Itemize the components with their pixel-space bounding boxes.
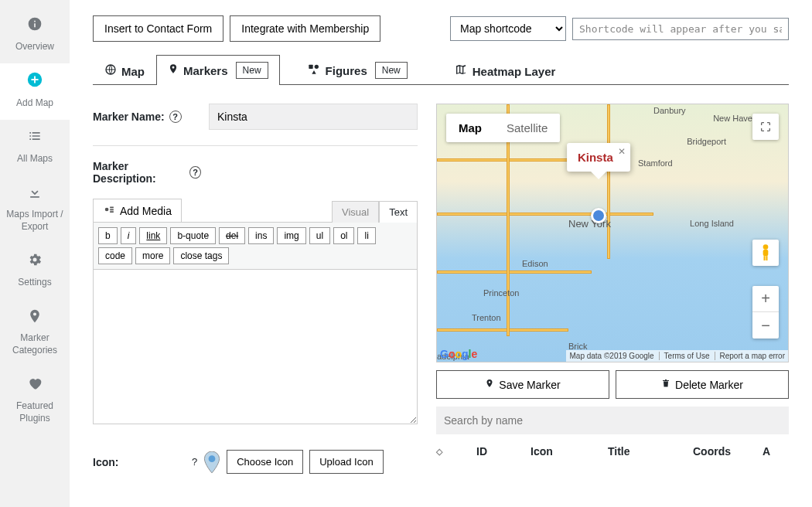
help-icon[interactable]: ? (169, 111, 182, 123)
qt-ul[interactable]: ul (309, 227, 330, 244)
qt-more[interactable]: more (135, 247, 170, 264)
qt-italic[interactable]: i (121, 227, 137, 244)
globe-icon (104, 63, 117, 79)
icon-label: Icon: (93, 456, 118, 468)
map-column: Danbury New Haven Bridgeport Stamford Ne… (436, 104, 789, 474)
info-icon (3, 15, 67, 38)
sidebar: Overview Add Map All Maps Maps Import / … (0, 0, 70, 507)
qt-ins[interactable]: ins (248, 227, 274, 244)
marker-icon-preview (203, 451, 220, 473)
topbar: Insert to Contact Form Integrate with Me… (93, 15, 789, 42)
marker-name-label: Marker Name: (93, 111, 165, 123)
marker-description-label: Marker Description: (93, 160, 185, 185)
col-icon[interactable]: Icon (531, 445, 585, 458)
quicktags-toolbar: b i link b-quote del ins img ul ol li co… (93, 222, 418, 270)
sidebar-item-import-export[interactable]: Maps Import / Export (0, 176, 70, 244)
gear-icon (3, 251, 67, 274)
report-link[interactable]: Report a map error (715, 352, 785, 360)
qt-ol[interactable]: ol (333, 227, 354, 244)
svg-rect-8 (764, 256, 766, 260)
pin-icon (485, 378, 494, 391)
tab-heatmap[interactable]: Heatmap Layer (442, 56, 568, 85)
new-badge[interactable]: New (236, 62, 268, 79)
city-label: Danbury (653, 106, 686, 115)
shortcode-select[interactable]: Map shortcode (450, 16, 566, 41)
tab-figures[interactable]: Figures New (295, 55, 419, 85)
marker-name-input[interactable] (209, 104, 418, 130)
trash-icon (661, 378, 670, 391)
col-a[interactable]: A (763, 445, 770, 458)
save-marker-button[interactable]: Save Marker (436, 370, 609, 399)
search-markers-input[interactable] (436, 407, 789, 434)
svg-point-3 (314, 65, 318, 69)
sort-icon[interactable]: ◇ (436, 447, 442, 457)
visual-tab-button[interactable]: Visual (332, 201, 379, 223)
text-tab-button[interactable]: Text (379, 201, 418, 223)
sidebar-item-all-maps[interactable]: All Maps (0, 120, 70, 175)
svg-rect-2 (309, 65, 312, 69)
new-badge[interactable]: New (375, 62, 408, 79)
help-icon[interactable]: ? (189, 166, 201, 179)
sidebar-item-featured-plugins[interactable]: Featured Plugins (0, 367, 70, 435)
map-attribution: Map data ©2019 Google Terms of Use Repor… (566, 350, 788, 362)
main-content: Insert to Contact Form Integrate with Me… (70, 0, 812, 507)
integrate-membership-button[interactable]: Integrate with Membership (230, 15, 380, 42)
upload-icon-button[interactable]: Upload Icon (309, 450, 383, 474)
download-icon (3, 184, 67, 206)
tab-markers[interactable]: Markers New (156, 55, 280, 85)
sidebar-item-add-map[interactable]: Add Map (0, 63, 70, 120)
map-type-map[interactable]: Map (446, 114, 494, 142)
col-title[interactable]: Title (608, 445, 670, 458)
qt-close[interactable]: close tags (173, 247, 229, 264)
zoom-in-button[interactable]: + (752, 286, 779, 312)
sidebar-label: Marker Categories (12, 332, 57, 356)
plus-circle-icon (3, 71, 67, 94)
heart-icon (3, 375, 67, 397)
map-type-satellite[interactable]: Satellite (494, 114, 560, 142)
marker-form-column: Marker Name: ? Marker Description: ? (93, 104, 418, 474)
qt-link[interactable]: link (139, 227, 167, 244)
add-media-button[interactable]: Add Media (93, 199, 182, 223)
pin-icon (168, 63, 179, 78)
marker-description-textarea[interactable] (93, 270, 418, 424)
divider (93, 145, 418, 146)
close-icon[interactable]: ✕ (618, 146, 626, 157)
qt-img[interactable]: img (277, 227, 305, 244)
sidebar-label: Featured Plugins (16, 400, 53, 424)
sidebar-item-settings[interactable]: Settings (0, 243, 70, 299)
pegman-icon[interactable] (752, 240, 779, 266)
qt-del[interactable]: del (219, 227, 245, 244)
city-label: Princeton (483, 288, 519, 298)
qt-li[interactable]: li (357, 227, 375, 244)
qt-bquote[interactable]: b-quote (170, 227, 216, 244)
map-type-switcher: Map Satellite (446, 114, 560, 142)
fullscreen-button[interactable] (752, 114, 779, 140)
terms-link[interactable]: Terms of Use (659, 352, 710, 360)
city-label: New Haven (713, 114, 757, 123)
choose-icon-button[interactable]: Choose Icon (227, 450, 303, 474)
qt-code[interactable]: code (98, 247, 132, 264)
insert-contact-form-button[interactable]: Insert to Contact Form (93, 15, 223, 42)
col-id[interactable]: ID (476, 445, 507, 458)
map-icon (454, 63, 468, 79)
col-coords[interactable]: Coords (693, 445, 739, 458)
map-canvas[interactable]: Danbury New Haven Bridgeport Stamford Ne… (436, 104, 789, 362)
zoom-out-button[interactable]: − (752, 312, 779, 339)
tabs-row: Map Markers New Figures New Hea (93, 57, 789, 85)
sidebar-item-overview[interactable]: Overview (0, 8, 70, 63)
delete-marker-button[interactable]: Delete Marker (616, 370, 789, 399)
qt-bold[interactable]: b (98, 227, 118, 244)
sidebar-item-marker-categories[interactable]: Marker Categories (0, 300, 70, 368)
tab-map[interactable]: Map (93, 56, 156, 85)
svg-point-6 (763, 244, 769, 250)
sidebar-label: Settings (18, 277, 51, 288)
city-label: Stamford (638, 158, 673, 168)
svg-rect-9 (766, 256, 767, 260)
city-label: Long Island (690, 219, 734, 228)
google-logo: Google (440, 348, 477, 360)
city-label: Bridgeport (687, 137, 726, 146)
shortcode-output[interactable] (572, 18, 789, 40)
list-icon (3, 128, 67, 150)
help-icon[interactable]: ? (192, 456, 197, 468)
map-marker-pin[interactable] (591, 208, 606, 223)
